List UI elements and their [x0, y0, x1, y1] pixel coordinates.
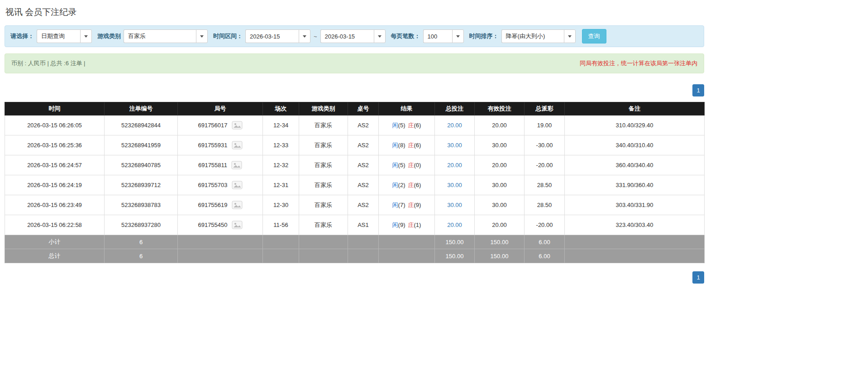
cell-game-type: 百家乐 — [299, 155, 348, 175]
cell-payout: -30.00 — [525, 135, 565, 155]
time-range-label: 时间区间： — [213, 32, 243, 40]
caret-shape — [200, 35, 204, 38]
main-content: 视讯 会员下注纪录 请选择： 日期查询 游戏类别 百家乐 时间区间： 2026-… — [5, 0, 704, 284]
total-bet-link[interactable]: 20.00 — [447, 122, 462, 129]
round-number: 691755811 — [198, 162, 227, 169]
date-to-picker[interactable]: 2026-03-15 — [320, 29, 386, 43]
round-detail-icon[interactable] — [232, 121, 243, 130]
pagination-page-button[interactable]: 1 — [692, 271, 704, 284]
summary-total-bet: 150.00 — [435, 235, 475, 249]
cell-time: 2026-03-15 06:22:58 — [5, 215, 105, 235]
table-row: 2026-03-15 06:24:19 523268939712 6917557… — [5, 175, 705, 195]
round-number: 691755450 — [198, 222, 227, 228]
summary-empty-cell — [379, 249, 435, 263]
pagination-page-button[interactable]: 1 — [692, 84, 704, 96]
cell-session: 11-56 — [263, 215, 299, 235]
result-player-score: (2) — [398, 182, 405, 188]
table-row: 2026-03-15 06:24:57 523268940785 6917558… — [5, 155, 705, 175]
cell-total-bet: 20.00 — [435, 116, 475, 135]
summary-row: 小计 6 150.00 150.00 6.00 — [5, 235, 705, 249]
cell-valid-bet: 20.00 — [475, 116, 525, 135]
summary-payout: 6.00 — [525, 249, 565, 263]
cell-total-bet: 20.00 — [435, 155, 475, 175]
caret-shape — [456, 35, 460, 38]
date-from-picker[interactable]: 2026-03-15 — [245, 29, 310, 43]
pagination-bottom: 1 — [5, 271, 704, 284]
chevron-down-icon[interactable] — [80, 29, 92, 43]
cell-table-no: AS1 — [348, 215, 379, 235]
result-player-label: 闲 — [392, 122, 398, 129]
cell-table-no: AS2 — [348, 195, 379, 215]
table-footer: 小计 6 150.00 150.00 6.00 总计 6 150.00 150.… — [5, 235, 705, 263]
cell-payout: 28.50 — [525, 175, 565, 195]
cell-payout: 19.00 — [525, 116, 565, 135]
summary-total-bet: 150.00 — [435, 249, 475, 263]
result-player-score: (5) — [398, 122, 405, 129]
cell-table-no: AS2 — [348, 135, 379, 155]
table-row: 2026-03-15 06:25:36 523268941959 6917559… — [5, 135, 705, 155]
cell-total-bet: 30.00 — [435, 175, 475, 195]
result-player-score: (7) — [398, 202, 405, 208]
game-type-value: 百家乐 — [124, 29, 196, 43]
page-size-value: 100 — [423, 29, 452, 43]
chevron-down-icon[interactable] — [452, 29, 464, 43]
summary-empty-cell — [263, 235, 299, 249]
picture-icon — [231, 161, 242, 169]
round-detail-icon[interactable] — [231, 161, 242, 169]
search-button[interactable]: 查询 — [582, 29, 606, 43]
page-size-label: 每页笔数： — [391, 32, 420, 40]
result-banker-label: 庄 — [408, 142, 414, 149]
sort-order-value: 降幂(由大到小) — [501, 29, 564, 43]
cell-round: 691755703 — [178, 175, 263, 195]
round-detail-icon[interactable] — [232, 221, 243, 229]
cell-time: 2026-03-15 06:24:19 — [5, 175, 105, 195]
cell-time: 2026-03-15 06:26:05 — [5, 116, 105, 135]
result-banker-label: 庄 — [408, 162, 414, 169]
chevron-down-icon[interactable] — [196, 29, 208, 43]
cell-session: 12-30 — [263, 195, 299, 215]
total-bet-link[interactable]: 30.00 — [447, 182, 462, 188]
cell-time: 2026-03-15 06:25:36 — [5, 135, 105, 155]
picture-icon — [232, 141, 243, 149]
summary-count: 6 — [105, 249, 178, 263]
picture-icon — [232, 121, 243, 130]
table-row: 2026-03-15 06:23:49 523268938783 6917556… — [5, 195, 705, 215]
page-size-combobox[interactable]: 100 — [423, 29, 464, 43]
game-type-combobox[interactable]: 百家乐 — [124, 29, 208, 43]
game-type-label: 游戏类别 — [97, 32, 121, 40]
cell-table-no: AS2 — [348, 175, 379, 195]
query-type-combobox[interactable]: 日期查询 — [37, 29, 92, 43]
caret-shape — [84, 35, 88, 38]
summary-empty-cell — [299, 249, 348, 263]
cell-valid-bet: 30.00 — [475, 135, 525, 155]
round-detail-icon[interactable] — [232, 141, 243, 149]
result-banker-score: (1) — [414, 222, 421, 228]
round-number: 691755703 — [198, 182, 227, 188]
cell-round: 691755811 — [178, 155, 263, 175]
total-bet-link[interactable]: 30.00 — [447, 142, 462, 149]
column-header: 游戏类别 — [299, 102, 348, 116]
total-bet-link[interactable]: 30.00 — [447, 202, 462, 208]
chevron-down-icon[interactable] — [299, 29, 310, 43]
cell-remark: 310.40/329.40 — [565, 116, 705, 135]
round-detail-icon[interactable] — [232, 181, 243, 189]
total-bet-link[interactable]: 20.00 — [447, 162, 462, 169]
round-number: 691755619 — [198, 202, 227, 208]
column-header: 局号 — [178, 102, 263, 116]
cell-table-no: AS2 — [348, 155, 379, 175]
cell-valid-bet: 20.00 — [475, 215, 525, 235]
result-banker-label: 庄 — [408, 202, 414, 208]
round-detail-icon[interactable] — [232, 201, 243, 209]
currency-summary-text: 币别 : 人民币 | 总共 :6 注单 | — [11, 59, 86, 67]
chevron-down-icon[interactable] — [374, 29, 386, 43]
summary-valid-bet: 150.00 — [475, 249, 525, 263]
sort-order-combobox[interactable]: 降幂(由大到小) — [501, 29, 576, 43]
table-row: 2026-03-15 06:26:05 523268942844 6917560… — [5, 116, 705, 135]
cell-valid-bet: 30.00 — [475, 195, 525, 215]
table-body: 2026-03-15 06:26:05 523268942844 6917560… — [5, 116, 705, 235]
cell-game-type: 百家乐 — [299, 175, 348, 195]
total-bet-link[interactable]: 20.00 — [447, 222, 462, 228]
cell-bet-id: 523268937280 — [105, 215, 178, 235]
chevron-down-icon[interactable] — [564, 29, 576, 43]
cell-remark: 331.90/360.40 — [565, 175, 705, 195]
